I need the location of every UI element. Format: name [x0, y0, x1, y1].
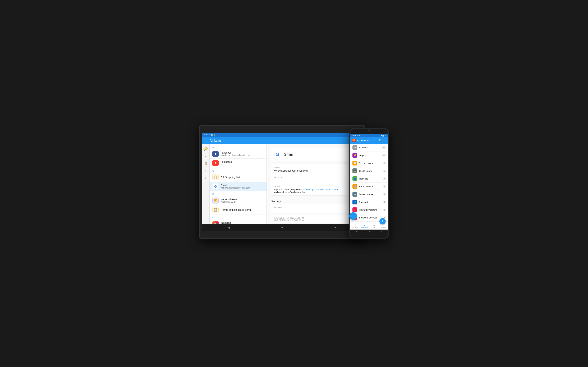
phone-android-nav: ◀ ● ■: [350, 230, 388, 233]
phone-toolbar-title: Categories: [357, 139, 379, 142]
phone-signal-icon: ▌▌: [383, 135, 385, 136]
tablet-item-list: F f Facebook wendy.c.appleseed@gmail.com…: [209, 144, 267, 224]
recent-nav-button[interactable]: ■: [334, 226, 336, 229]
all-items-label: All Items: [359, 146, 382, 149]
list-item-fantastical[interactable]: A Fantastical 2: [209, 158, 266, 168]
phone-item-driver-licenses[interactable]: 🪪 Driver Licenses 1: [350, 191, 388, 198]
phone-wifi-icon: ▾: [381, 135, 382, 136]
sidebar-items[interactable]: 📋: [203, 161, 208, 166]
gmail-title: Gmail: [221, 184, 264, 187]
phone-nav-categories[interactable]: ⊞ Categories: [360, 223, 369, 230]
secure-notes-icon: 📋: [353, 161, 357, 166]
security-section-label: Security: [271, 197, 358, 204]
phone-item-all-items[interactable]: ⊞ All Items 34: [350, 144, 388, 151]
image-status-icon: 🖼: [211, 134, 213, 136]
phone-category-list: ⊞ All Items 34 🔑 Logins 17 📋 Se: [350, 144, 388, 223]
back-nav-button[interactable]: ◀: [228, 226, 230, 229]
phone-item-logins[interactable]: 🔑 Logins 17: [350, 151, 388, 159]
identities-label: Identities: [359, 177, 383, 180]
field-username: username wendy.c.appleseed@gmail.com: [271, 165, 358, 174]
tablet-device: 3:02 ⚙ 🖼 🔒 ▾ ▌▌ 🔋 ← All Items 🔍 ★: [199, 125, 365, 239]
back-button[interactable]: ←: [204, 139, 208, 143]
list-item-facebook[interactable]: f Facebook wendy.c.appleseed@gmail.com: [209, 149, 266, 158]
wireless-icon: 📶: [212, 198, 219, 204]
home-nav-button[interactable]: ●: [281, 226, 283, 229]
passports-label: Passports: [359, 201, 383, 203]
alarm-info: How to shut off house alarm: [221, 209, 264, 211]
settings-nav-icon: ⚙: [383, 225, 384, 226]
wireless-title: Home Wireless: [221, 198, 264, 201]
categories-nav-label: Categories: [361, 226, 368, 228]
bank-accounts-label: Bank Accounts: [359, 185, 383, 188]
phone-toolbar: 🔑 Categories 🔍 ⋮: [350, 137, 388, 144]
phone-item-bank-accounts[interactable]: 🏦 Bank Accounts 2: [350, 183, 388, 191]
list-item-instagram[interactable]: 📷 Instagram wendy.c.appleseed@gmail.com: [209, 219, 266, 224]
facebook-subtitle: wendy.c.appleseed@gmail.com: [221, 154, 264, 157]
settings-nav-label: Settings: [381, 226, 386, 228]
gmail-icon: G: [212, 183, 219, 190]
instagram-info: Instagram wendy.c.appleseed@gmail.com: [221, 221, 264, 224]
driver-licenses-label: Driver Licenses: [359, 193, 383, 196]
phone-item-reward-programs[interactable]: 🎁 Reward Programs 1: [350, 206, 388, 214]
detail-header: G Gmail: [271, 148, 358, 161]
sidebar-logo[interactable]: 🔑: [203, 146, 208, 151]
field-best-friend: best friend ••••••••: [271, 204, 358, 213]
tablet-toolbar: ← All Items 🔍 ★: [202, 137, 362, 144]
sidebar-settings[interactable]: ⚙: [203, 175, 208, 180]
secure-notes-label: Secure Notes: [359, 162, 383, 165]
favorites-nav-icon: ★: [354, 225, 356, 226]
reward-programs-count: 1: [383, 209, 386, 211]
gmail-subtitle: wendy.c.appleseed@gmail.com: [221, 187, 264, 189]
passports-count: 1: [383, 201, 386, 203]
tablet-nav-bar: ◀ ● ■: [202, 224, 362, 231]
phone-recent-button[interactable]: ■: [381, 230, 382, 232]
phone-home-button[interactable]: ●: [369, 230, 370, 232]
security-fields: best friend ••••••••: [271, 204, 358, 213]
reward-programs-label: Reward Programs: [359, 209, 383, 211]
tablet-time: 3:02: [204, 134, 208, 136]
sidebar-tags[interactable]: 🏷: [203, 168, 208, 173]
list-item-home-wireless[interactable]: 📶 Home Wireless Appleseed Wi-Fi: [209, 196, 266, 205]
list-item-gmail[interactable]: G Gmail wendy.c.appleseed@gmail.com: [209, 182, 266, 191]
modified-date: MODIFIED Dec 18, 2017 at 9:35 AM: [274, 219, 355, 221]
gift-icon: 📋: [212, 174, 219, 180]
identities-count: 1: [383, 177, 386, 180]
phone-nav-tags[interactable]: 🏷 Tags: [369, 223, 379, 230]
username-label: username: [274, 167, 355, 169]
phone-nav-favorites[interactable]: ★ Favorites: [350, 223, 360, 230]
phone-item-credit-cards[interactable]: 💳 Credit Cards 3: [350, 167, 388, 175]
tablet-status-icons: ⚙ 🖼 🔒: [209, 134, 216, 136]
identities-icon: 👤: [353, 176, 357, 181]
phone-app-icon: 🔑: [352, 139, 356, 142]
phone-back-button[interactable]: ◀: [356, 230, 357, 232]
tablet-fab[interactable]: +: [349, 212, 357, 220]
gmail-info: Gmail wendy.c.appleseed@gmail.com: [221, 184, 264, 189]
phone-item-identities[interactable]: 👤 Identities 1: [350, 175, 388, 183]
detail-fields: username wendy.c.appleseed@gmail.com pas…: [271, 165, 358, 196]
sidebar-favorites[interactable]: ★: [203, 154, 208, 158]
lock-status-icon: 🔒: [214, 134, 216, 136]
phone-item-secure-notes[interactable]: 📋 Secure Notes 4: [350, 159, 388, 167]
wireless-subtitle: Appleseed Wi-Fi: [221, 201, 264, 203]
field-password: password ••••••••: [271, 174, 358, 183]
credit-cards-label: Credit Cards: [359, 170, 383, 172]
tablet-status-bar: 3:02 ⚙ 🖼 🔒 ▾ ▌▌ 🔋: [202, 133, 362, 137]
phone-device: 7:55 ⚙ 📷 📡 • ▾ ▌▌ 🔋 🔑 Categories 🔍 ⋮: [349, 128, 389, 239]
credit-cards-icon: 💳: [353, 168, 357, 173]
phone-item-passports[interactable]: 📘 Passports 1: [350, 198, 388, 206]
facebook-title: Facebook: [221, 151, 264, 154]
website-value[interactable]: https://accounts.google.com/ServiceLogin…: [274, 188, 355, 193]
website-label: website: [274, 185, 355, 187]
alarm-title: How to shut off house alarm: [221, 209, 264, 211]
fantastical-subtitle: 2: [221, 163, 264, 166]
phone-search-button[interactable]: 🔍: [379, 139, 382, 142]
phone-fab[interactable]: +: [379, 218, 386, 224]
tablet-detail-panel: G Gmail username wendy.c.appleseed@gmail…: [267, 144, 362, 224]
list-item-alarm[interactable]: 📋 How to shut off house alarm: [209, 205, 266, 215]
tablet-screen: 3:02 ⚙ 🖼 🔒 ▾ ▌▌ 🔋 ← All Items 🔍 ★: [202, 133, 362, 231]
section-header-h: H: [209, 191, 266, 196]
list-item-gift[interactable]: 📋 Gift Shopping List: [209, 173, 266, 182]
phone-more-button[interactable]: ⋮: [384, 139, 386, 142]
driver-licenses-icon: 🪪: [353, 192, 357, 197]
software-licenses-label: Software Licenses: [359, 217, 383, 219]
